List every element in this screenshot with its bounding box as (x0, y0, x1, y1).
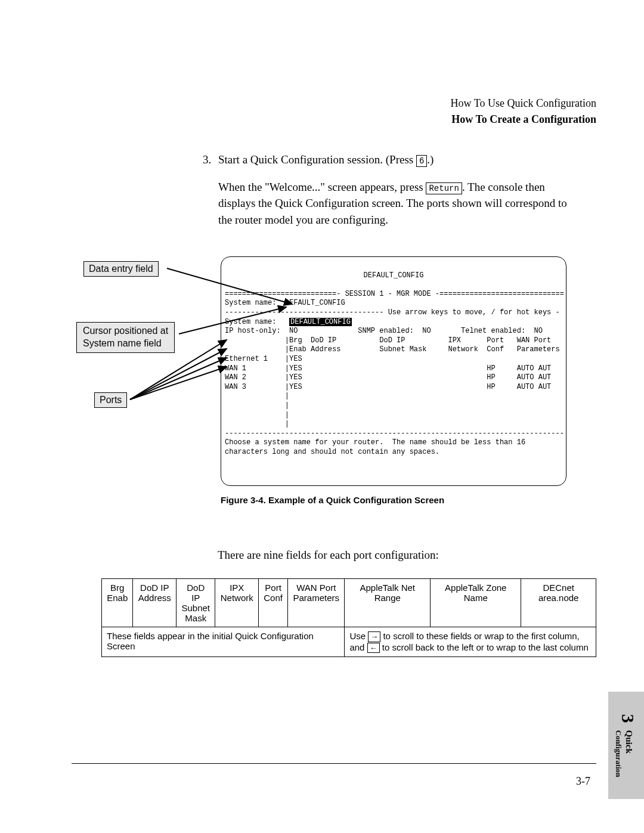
callout-cursor-l2: System name field (83, 337, 168, 350)
step-number: 3. (203, 151, 218, 168)
th-ipx: IPX Network (215, 579, 259, 627)
step-text: Start a Quick Configuration session. (Pr… (218, 151, 434, 168)
para1-pre: When the "Welcome..." screen appears, pr… (218, 181, 426, 193)
callout-data-entry: Data entry field (83, 261, 159, 277)
callout-cursor-l1: Cursor positioned at (83, 325, 168, 337)
th-dodip-mask: DoD IP Subnet Mask (177, 579, 215, 627)
step3-post: .) (427, 153, 434, 166)
svg-line-5 (130, 358, 227, 400)
header-line1: How To Use Quick Configuration (48, 95, 596, 112)
figure-caption: Figure 3-4. Example of a Quick Configura… (221, 495, 444, 505)
term-help1: Choose a system name for your router. Th… (225, 438, 525, 447)
callout-ports: Ports (94, 392, 127, 408)
table-header-row: Brg Enab DoD IP Address DoD IP Subnet Ma… (102, 579, 596, 627)
page: How To Use Quick Configuration How To Cr… (0, 0, 644, 833)
th-port-conf: Port Conf (259, 579, 288, 627)
th-wan-port: WAN Port Parameters (288, 579, 345, 627)
term-row-w1: WAN 1 |YES HP AUTO AUT (225, 364, 551, 373)
term-sys-value: DEFAULT_CONFIG (289, 318, 352, 326)
th-dodip-addr: DoD IP Address (133, 579, 177, 627)
note-right: Use → to scroll to these fields or wrap … (345, 627, 596, 657)
term-sysline: System name: DEFAULT_CONFIG (225, 299, 345, 307)
key-return: Return (426, 182, 462, 194)
term-session: ==========================- SESSION 1 - … (225, 290, 564, 298)
step-3: 3. Start a Quick Configuration session. … (203, 151, 578, 168)
content-block: 3. Start a Quick Configuration session. … (203, 151, 578, 228)
term-row-w3: WAN 3 |YES HP AUTO AUT (225, 383, 551, 391)
nr1: Use (349, 631, 368, 641)
chapter-number: 3 (618, 714, 638, 723)
chapter-tab: 3 Quick Configuration (608, 692, 644, 799)
th-atnet: AppleTalk Net Range (345, 579, 431, 627)
arrow-right-key: → (368, 631, 380, 642)
chapter-line2: Configuration (614, 730, 623, 777)
term-row-w2: WAN 2 |YES HP AUTO AUT (225, 373, 551, 382)
term-row-eth: Ethernet 1 |YES (225, 355, 302, 363)
table-note-row: These fields appear in the initial Quick… (102, 627, 596, 657)
term-sys-label: System name: (225, 318, 289, 326)
footer-rule (72, 763, 596, 764)
th-brg: Brg Enab (102, 579, 133, 627)
term-title: DEFAULT_CONFIG (225, 271, 562, 281)
page-header: How To Use Quick Configuration How To Cr… (48, 95, 596, 128)
svg-line-4 (130, 349, 227, 400)
fields-intro: There are nine fields for each port conf… (218, 549, 439, 562)
paragraph-welcome: When the "Welcome..." screen appears, pr… (218, 179, 578, 228)
terminal-figure: DEFAULT_CONFIG =========================… (221, 256, 566, 486)
term-help2: characters long and should not contain a… (225, 448, 439, 456)
fields-table: Brg Enab DoD IP Address DoD IP Subnet Ma… (101, 578, 596, 657)
key-6: 6 (416, 155, 427, 167)
th-decnet: DECnet area.node (521, 579, 596, 627)
step3-pre: Start a Quick Configuration session. (Pr… (218, 153, 416, 166)
nr3: to scroll back to the left or to wrap to… (380, 642, 589, 652)
chapter-line1: Quick (625, 730, 634, 753)
term-ip: IP host-only: NO SNMP enabled: NO Telnet… (225, 327, 543, 335)
page-number: 3-7 (576, 775, 590, 788)
svg-line-6 (130, 367, 227, 400)
callout-cursor: Cursor positioned at System name field (76, 322, 175, 353)
term-hdr2: |Enab Address Subnet Mask Network Conf P… (225, 345, 560, 354)
arrow-left-key: ← (367, 643, 380, 654)
term-hdr1: |Brg DoD IP DoD IP IPX Port WAN Port (225, 336, 551, 345)
term-sep: ----------------------------------------… (225, 429, 564, 438)
term-hint: ------------------------------------- Us… (225, 308, 560, 317)
header-line2: How To Create a Configuration (48, 112, 596, 128)
th-atzone: AppleTalk Zone Name (431, 579, 521, 627)
note-left: These fields appear in the initial Quick… (102, 627, 345, 657)
